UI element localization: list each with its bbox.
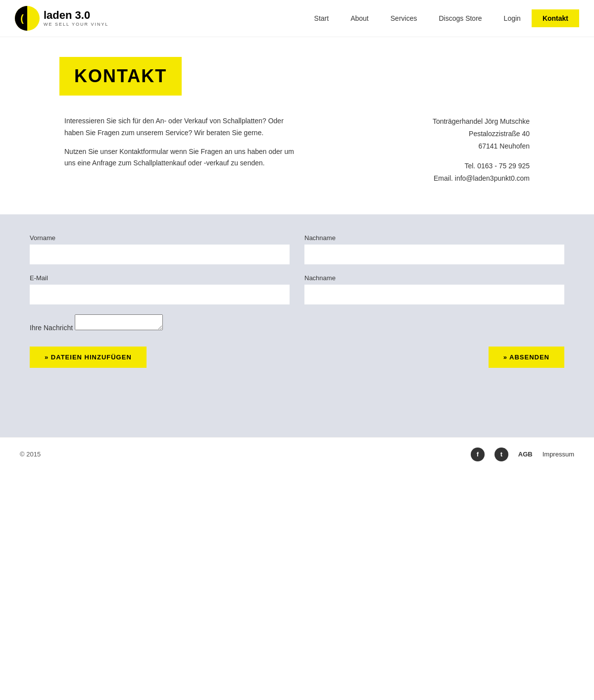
company-city: 67141 Neuhofen [433,140,530,152]
nachname-group: Nachname [304,234,564,264]
absenden-button[interactable]: » ABSENDEN [489,347,564,368]
nachname2-group: Nachname [304,274,564,304]
nachname-label: Nachname [304,234,564,242]
nachname2-input[interactable] [304,285,564,304]
vorname-group: Vorname [30,234,290,264]
logo-subtitle: WE SELL YOUR VINYL [44,22,109,27]
nachname2-label: Nachname [304,274,564,282]
info-paragraph-1: Interessieren Sie sich für den An- oder … [64,115,302,139]
company-street: Pestalozzistraße 40 [433,128,530,140]
logo-icon: ( [15,6,40,31]
info-section: Interessieren Sie sich für den An- oder … [59,115,535,185]
logo-icon-half: ( [15,6,27,31]
nav-discogs[interactable]: Discogs Store [428,9,493,27]
form-section-wrapper: Vorname Nachname E-Mail Nachname [0,214,594,437]
email-input[interactable] [30,285,290,304]
nav-start[interactable]: Start [303,9,340,27]
vorname-input[interactable] [30,245,290,264]
page-title: KONTAKT [74,66,167,87]
company-tel: Tel. 0163 - 75 29 925 [433,160,530,172]
logo-title: laden 3.0 [44,10,109,21]
nav-kontakt-button[interactable]: Kontakt [532,9,579,27]
vorname-label: Vorname [30,234,290,242]
logo[interactable]: ( laden 3.0 WE SELL YOUR VINYL [15,6,109,31]
info-paragraph-2: Nutzen Sie unser Kontaktformular wenn Si… [64,146,302,170]
agb-link[interactable]: AGB [518,450,533,458]
contact-form-section: Vorname Nachname E-Mail Nachname [0,214,594,398]
address-block: Tonträgerhandel Jörg Mutschke Pestalozzi… [433,115,530,153]
contact-form: Vorname Nachname E-Mail Nachname [30,234,564,368]
message-label: Ihre Nachricht [30,324,73,332]
company-email: Email. info@laden3punkt0.com [433,172,530,185]
main-content: KONTAKT Interessieren Sie sich für den A… [50,37,544,214]
facebook-icon[interactable]: f [471,448,485,461]
info-right: Tonträgerhandel Jörg Mutschke Pestalozzi… [433,115,530,185]
email-group: E-Mail [30,274,290,304]
message-textarea[interactable] [75,314,163,330]
footer-copyright: © 2015 [20,450,41,458]
form-buttons: » DATEIEN HINZUFÜGEN » ABSENDEN [30,347,564,368]
info-left: Interessieren Sie sich für den An- oder … [64,115,302,185]
company-name: Tonträgerhandel Jörg Mutschke [433,115,530,128]
header: ( laden 3.0 WE SELL YOUR VINYL Start Abo… [0,0,594,37]
nachname-input[interactable] [304,245,564,264]
nav-services[interactable]: Services [380,9,428,27]
form-row-2: E-Mail Nachname [30,274,564,304]
logo-text: laden 3.0 WE SELL YOUR VINYL [44,10,109,27]
impressum-link[interactable]: Impressum [543,450,574,458]
footer: © 2015 f t AGB Impressum [0,437,594,471]
twitter-icon[interactable]: t [495,448,508,461]
main-nav: Start About Services Discogs Store Login… [303,9,579,27]
dateien-button[interactable]: » DATEIEN HINZUFÜGEN [30,347,147,368]
nav-about[interactable]: About [340,9,380,27]
footer-right: f t AGB Impressum [471,448,574,461]
form-row-1: Vorname Nachname [30,234,564,264]
logo-symbol: ( [20,13,24,24]
nav-login[interactable]: Login [493,9,532,27]
email-label: E-Mail [30,274,290,282]
page-title-box: KONTAKT [59,57,182,96]
message-group: Ihre Nachricht [30,314,564,332]
